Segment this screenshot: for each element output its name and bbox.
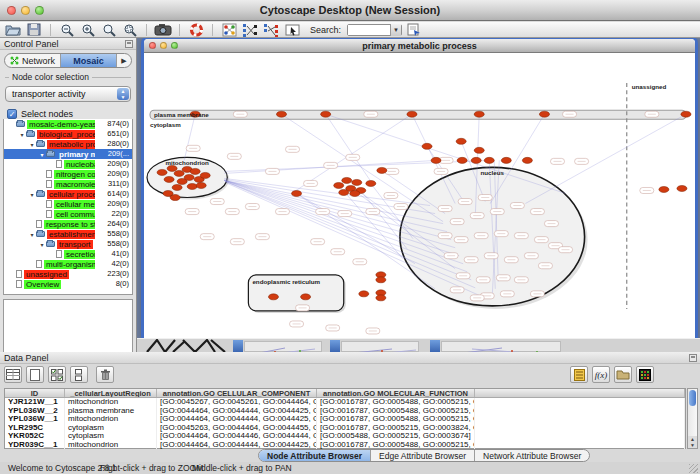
select-attributes-button[interactable] — [4, 366, 22, 383]
graph-node[interactable] — [471, 157, 481, 163]
tree-row[interactable]: unassigned223(0) — [4, 269, 132, 279]
open-session-button[interactable] — [4, 22, 22, 37]
graph-node[interactable] — [339, 189, 349, 195]
tree-expand-icon[interactable]: ▾ — [38, 241, 46, 248]
tree-row[interactable]: macromolecule311(0) — [4, 179, 132, 189]
snapshot-button[interactable] — [154, 22, 172, 37]
graph-node[interactable] — [431, 157, 441, 163]
column-header[interactable]: ID — [5, 389, 65, 397]
tree-row[interactable]: mosaic-demo-yeast874(0) — [4, 119, 132, 129]
graph-node[interactable] — [474, 147, 484, 153]
select-nodes-checkbox[interactable]: ✓ — [7, 109, 17, 119]
graph-node[interactable] — [196, 182, 206, 188]
zoom-selected-button[interactable] — [100, 22, 118, 37]
float-panel-icon[interactable] — [689, 354, 697, 362]
tiled-window-preview[interactable] — [341, 341, 419, 352]
tree-row[interactable]: ▾transport558(0) — [4, 239, 132, 249]
save-session-button[interactable] — [25, 22, 43, 37]
matrix-view-button[interactable] — [636, 366, 654, 383]
column-header[interactable]: annotation.GO CELLULAR_COMPONENT — [157, 389, 317, 397]
tree-row[interactable]: ▾metabolic process280(0) — [4, 139, 132, 149]
region-plasma-membrane[interactable] — [150, 110, 686, 119]
zoom-fit-button[interactable] — [121, 22, 139, 37]
graph-node[interactable] — [164, 176, 174, 182]
graph-node[interactable] — [366, 180, 376, 186]
attribute-list-button[interactable] — [570, 366, 588, 383]
table-row[interactable]: YLR295Ccytoplasm[GO:0045263, GO:0044464,… — [5, 424, 685, 433]
graph-node[interactable] — [539, 111, 549, 117]
tab-overflow-button[interactable]: ▶ — [117, 54, 131, 67]
tree-row[interactable]: multi-organism pro42(0) — [4, 259, 132, 269]
graph-node[interactable] — [334, 182, 344, 188]
table-row[interactable]: YDR039C__1mitochondrion[GO:0044464, GO:0… — [5, 441, 685, 450]
graph-node[interactable] — [301, 294, 311, 300]
scrollbar-arrows[interactable]: ▲▼ — [688, 436, 697, 448]
tree-expand-icon[interactable]: ▾ — [28, 141, 36, 148]
vizmapper-button[interactable] — [220, 22, 238, 37]
graph-node[interactable] — [501, 157, 511, 163]
graph-node[interactable] — [474, 111, 484, 117]
create-attribute-button[interactable] — [26, 366, 44, 383]
graph-node[interactable] — [350, 190, 360, 196]
function-builder-button[interactable]: f(x) — [592, 366, 610, 383]
table-scrollbar[interactable]: ▲▼ — [687, 388, 698, 449]
tree-row[interactable]: nitrogen compo209(0) — [4, 169, 132, 179]
network-window-titlebar[interactable]: primary metabolic process — [144, 39, 695, 53]
tree-expand-icon[interactable]: ▾ — [28, 231, 36, 238]
graph-node[interactable] — [276, 111, 286, 117]
tiled-window[interactable] — [233, 340, 243, 352]
graph-node[interactable] — [172, 184, 182, 190]
tree-row[interactable]: cell communicat22(0) — [4, 209, 132, 219]
node-color-dropdown[interactable]: transporter activity ▲▼ — [5, 86, 131, 102]
tiled-window-preview[interactable] — [244, 341, 322, 352]
tree-expand-icon[interactable]: ▾ — [38, 151, 46, 158]
graph-node[interactable] — [457, 157, 467, 163]
table-row[interactable]: YJR121W__1mitochondrion[GO:0045267, GO:0… — [5, 398, 685, 407]
help-button[interactable] — [187, 22, 205, 37]
tab-mosaic[interactable]: Mosaic — [61, 54, 117, 67]
graph-node[interactable] — [157, 169, 167, 175]
graph-edge[interactable] — [224, 180, 443, 223]
import-attributes-button[interactable] — [614, 366, 632, 383]
graph-node[interactable] — [359, 291, 369, 297]
graph-node[interactable] — [377, 167, 387, 173]
zoom-out-button[interactable] — [58, 22, 76, 37]
tiled-window[interactable] — [430, 340, 440, 352]
resize-grip[interactable] — [689, 464, 698, 473]
graph-node[interactable] — [321, 111, 331, 117]
graph-node[interactable] — [190, 168, 200, 174]
graph-node[interactable] — [292, 190, 302, 196]
column-header[interactable]: annotation.GO MOLECULAR_FUNCTION — [317, 389, 475, 397]
graph-node[interactable] — [342, 177, 352, 183]
tab-edge-attribute-browser[interactable]: Edge Attribute Browser — [371, 450, 475, 461]
tree-row[interactable]: ▾primary metabo209(... — [4, 149, 132, 159]
enhanced-search-button[interactable] — [405, 22, 423, 37]
network-canvas[interactable]: plasma membranecytoplasmmitochondrionnuc… — [144, 53, 695, 338]
graph-node[interactable] — [407, 111, 417, 117]
search-dropdown-arrow[interactable]: ▼ — [390, 24, 401, 36]
edit-edges-button[interactable] — [262, 22, 280, 37]
scrollbar-thumb[interactable] — [689, 390, 696, 406]
tree-row[interactable]: Overview8(0) — [4, 279, 132, 289]
tiled-window-preview[interactable] — [441, 341, 561, 352]
graph-node[interactable] — [376, 295, 386, 301]
column-header[interactable]: _cellularLayoutRegion — [65, 389, 157, 397]
tab-node-attribute-browser[interactable]: Node Attribute Browser — [259, 450, 371, 461]
graph-node[interactable] — [677, 185, 687, 191]
network-graph[interactable]: plasma membranecytoplasmmitochondrionnuc… — [144, 53, 695, 338]
table-row[interactable]: YPL036W__2plasma membrane[GO:0044464, GO… — [5, 407, 685, 416]
tree-row[interactable]: secretion41(0) — [4, 249, 132, 259]
tree-row[interactable]: nucleobase-209(0) — [4, 159, 132, 169]
annotation-button[interactable] — [283, 22, 301, 37]
zoom-in-button[interactable] — [79, 22, 97, 37]
tiled-window[interactable] — [330, 340, 340, 352]
tab-network[interactable]: Network — [5, 54, 61, 67]
tree-row[interactable]: ▾cellular process614(0) — [4, 189, 132, 199]
edit-nodes-button[interactable] — [241, 22, 259, 37]
graph-node[interactable] — [422, 143, 432, 149]
graph-edge[interactable] — [184, 114, 195, 160]
graph-node[interactable] — [681, 111, 691, 117]
tree-row[interactable]: ▾biological_process651(0) — [4, 129, 132, 139]
table-row[interactable]: YPL036W__1mitochondrion[GO:0044464, GO:0… — [5, 415, 685, 424]
tree-expand-icon[interactable]: ▾ — [28, 191, 36, 198]
